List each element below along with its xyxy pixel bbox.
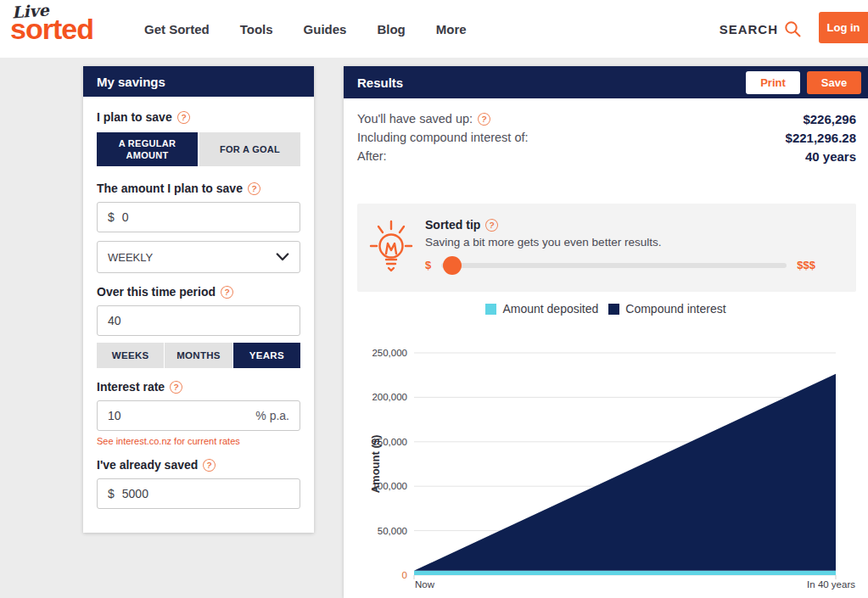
frequency-value: WEEKLY	[108, 251, 153, 264]
period-unit-months[interactable]: MONTHS	[165, 343, 232, 368]
already-saved-label-text: I've already saved	[97, 458, 198, 472]
plan-type-toggle: A REGULAR AMOUNTFOR A GOAL	[97, 132, 300, 166]
period-unit-toggle: WEEKSMONTHSYEARS	[97, 343, 300, 368]
currency-prefix: $	[108, 487, 115, 500]
interest-rate-label: Interest rate ?	[97, 380, 300, 394]
summary-row: You'll have saved up:?$226,296	[357, 109, 856, 128]
frequency-select[interactable]: WEEKLY	[97, 241, 300, 273]
svg-text:50,000: 50,000	[378, 526, 407, 536]
interest-rate-input[interactable]: 10 % p.a.	[97, 400, 300, 431]
legend-label: Amount deposited	[502, 302, 598, 316]
logo-sorted-text: sorted	[10, 18, 112, 40]
svg-text:0: 0	[402, 570, 407, 580]
period-label: Over this time period ?	[97, 285, 300, 299]
my-savings-panel: My savings I plan to save ? A REGULAR AM…	[83, 66, 314, 533]
interest-rates-link[interactable]: See interest.co.nz for current rates	[97, 436, 300, 446]
nav-item-blog[interactable]: Blog	[377, 22, 405, 36]
savings-slider-track[interactable]	[441, 263, 787, 268]
savings-chart: 050,000100,000150,000200,000250,000 NowI…	[344, 335, 868, 598]
summary-row: Including compound interest of:$221,296.…	[357, 128, 856, 147]
tip-text: Saving a bit more gets you even better r…	[425, 236, 815, 249]
login-button[interactable]: Log in	[819, 12, 868, 43]
results-title: Results	[357, 75, 746, 90]
already-saved-label: I've already saved ?	[97, 458, 300, 472]
svg-text:250,000: 250,000	[372, 348, 407, 358]
results-body: You'll have saved up:?$226,296Including …	[344, 98, 868, 598]
legend-label: Compound interest	[625, 302, 725, 316]
currency-prefix: $	[108, 210, 115, 224]
help-icon[interactable]: ?	[247, 182, 261, 196]
amount-label-text: The amount I plan to save	[97, 182, 243, 195]
plan-option-a-regular-amount[interactable]: A REGULAR AMOUNT	[97, 132, 198, 166]
chart-areas	[414, 374, 836, 575]
help-icon[interactable]: ?	[169, 380, 183, 394]
results-summary: You'll have saved up:?$226,296Including …	[344, 98, 868, 165]
legend-item-compound-interest[interactable]: Compound interest	[608, 302, 725, 316]
interest-rate-value: 10	[108, 409, 121, 422]
logo-live-text: Live	[11, 1, 46, 22]
period-unit-years[interactable]: YEARS	[233, 343, 300, 368]
period-unit-weeks[interactable]: WEEKS	[97, 343, 164, 368]
help-icon[interactable]: ?	[477, 112, 491, 126]
tip-content: Sorted tip ? Saving a bit more gets you …	[425, 204, 856, 292]
amount-value: 0	[122, 210, 129, 224]
slider-min-label: $	[425, 259, 431, 271]
already-saved-value: 5000	[122, 487, 148, 500]
chevron-down-icon	[276, 253, 289, 261]
sorted-tip-box: Sorted tip ? Saving a bit more gets you …	[357, 204, 856, 292]
help-icon[interactable]: ?	[176, 110, 191, 125]
summary-value: $221,296.28	[786, 131, 856, 145]
already-saved-input[interactable]: $ 5000	[97, 478, 300, 509]
amount-label: The amount I plan to save ?	[97, 182, 300, 195]
summary-label: Including compound interest of:	[357, 131, 529, 144]
help-icon[interactable]: ?	[484, 218, 499, 232]
summary-label: You'll have saved up:?	[357, 112, 490, 126]
svg-text:In 40 years: In 40 years	[807, 579, 855, 590]
main-nav: Get SortedToolsGuidesBlogMore	[144, 0, 467, 58]
chart-y-axis-label: Amount ($)	[369, 435, 382, 494]
top-bar: Live sorted Get SortedToolsGuidesBlogMor…	[0, 0, 868, 58]
my-savings-title: My savings	[97, 75, 307, 89]
plan-to-save-label-text: I plan to save	[97, 110, 172, 124]
nav-item-guides[interactable]: Guides	[304, 22, 347, 36]
svg-text:Now: Now	[415, 579, 435, 590]
nav-item-more[interactable]: More	[436, 22, 467, 36]
save-button[interactable]: Save	[807, 71, 861, 94]
svg-text:200,000: 200,000	[372, 392, 407, 402]
tip-title-row: Sorted tip ?	[425, 218, 815, 232]
interest-rate-label-text: Interest rate	[97, 380, 165, 394]
my-savings-body: I plan to save ? A REGULAR AMOUNTFOR A G…	[83, 97, 314, 533]
help-icon[interactable]: ?	[220, 285, 234, 299]
nav-item-get-sorted[interactable]: Get Sorted	[144, 22, 210, 36]
sorted-logo[interactable]: Live sorted	[10, 2, 112, 40]
area-compound-interest	[414, 374, 836, 571]
my-savings-header: My savings	[83, 66, 314, 97]
summary-label: After:	[357, 149, 387, 163]
search-button[interactable]: SEARCH	[720, 0, 802, 58]
period-input[interactable]: 40	[97, 305, 300, 336]
plan-option-for-a-goal[interactable]: FOR A GOAL	[199, 132, 300, 166]
nav-item-tools[interactable]: Tools	[240, 22, 273, 36]
search-label: SEARCH	[720, 22, 778, 36]
print-button[interactable]: Print	[746, 71, 800, 94]
interest-rate-suffix: % p.a.	[255, 409, 289, 422]
chart-legend: Amount depositedCompound interest	[344, 302, 868, 316]
search-icon	[784, 20, 802, 38]
period-label-text: Over this time period	[97, 285, 216, 299]
legend-swatch	[608, 304, 619, 315]
help-icon[interactable]: ?	[202, 458, 216, 472]
tip-title: Sorted tip	[425, 218, 480, 232]
savings-slider-thumb[interactable]	[443, 256, 462, 275]
chart-xtick-labels: NowIn 40 years	[415, 579, 855, 590]
results-header: Results Print Save	[344, 66, 868, 98]
tip-slider-row: $ $$$	[425, 259, 815, 271]
summary-value: $226,296	[803, 112, 856, 126]
lightbulb-icon	[357, 204, 425, 292]
slider-max-label: $$$	[797, 259, 815, 271]
results-panel: Results Print Save You'll have saved up:…	[344, 66, 868, 598]
amount-input[interactable]: $ 0	[97, 202, 300, 232]
legend-swatch	[485, 304, 496, 315]
plan-to-save-label: I plan to save ?	[97, 110, 300, 124]
summary-value: 40 years	[805, 149, 856, 164]
legend-item-amount-deposited[interactable]: Amount deposited	[485, 302, 598, 316]
